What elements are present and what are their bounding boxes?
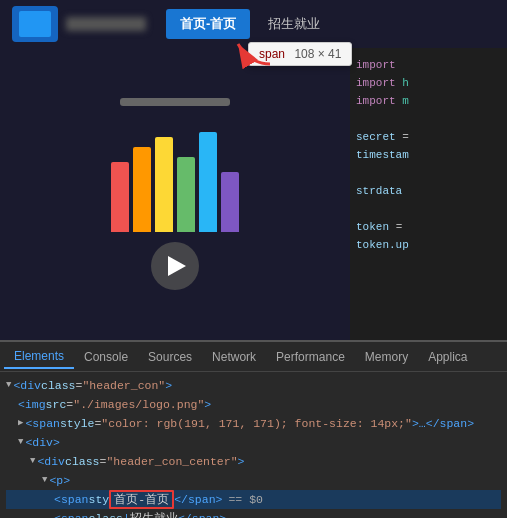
dom-tree: ▼ <div class="header_con" > <img src="./… bbox=[0, 372, 507, 518]
devtools-panel: Elements Console Sources Network Perform… bbox=[0, 340, 507, 518]
code-line-5: timestam bbox=[356, 146, 501, 164]
tooltip-dimensions: 108 × 41 bbox=[294, 47, 341, 61]
code-panel: import import h import m secret = timest… bbox=[350, 48, 507, 340]
expand-icon-5[interactable]: ▼ bbox=[30, 452, 35, 471]
play-icon bbox=[168, 256, 186, 276]
code-line-blank-3 bbox=[356, 200, 501, 218]
dom-line-4: ▼ <div> bbox=[6, 433, 501, 452]
tab-memory[interactable]: Memory bbox=[355, 346, 418, 368]
video-area bbox=[0, 48, 350, 340]
tab-sources[interactable]: Sources bbox=[138, 346, 202, 368]
tab-elements[interactable]: Elements bbox=[4, 345, 74, 369]
play-button[interactable] bbox=[151, 242, 199, 290]
dom-line-1: ▼ <div class="header_con" > bbox=[6, 376, 501, 395]
bar-yellow bbox=[155, 137, 173, 232]
dollar-s0: == $0 bbox=[228, 490, 263, 509]
browser-viewport: 首页-首页 招生就业 span 108 × 41 bbox=[0, 0, 507, 340]
color-bars bbox=[111, 132, 239, 232]
dom-line-6: ▼ <p> bbox=[6, 471, 501, 490]
dom-line-2: <img src="./images/logo.png" > bbox=[6, 395, 501, 414]
tab-performance[interactable]: Performance bbox=[266, 346, 355, 368]
bar-purple bbox=[221, 172, 239, 232]
expand-icon-3[interactable]: ▶ bbox=[18, 414, 23, 433]
code-line-7: token = bbox=[356, 218, 501, 236]
tab-application[interactable]: Applica bbox=[418, 346, 477, 368]
code-line-8: token.up bbox=[356, 236, 501, 254]
code-line-4: secret = bbox=[356, 128, 501, 146]
logo-inner bbox=[19, 11, 51, 37]
tab-network[interactable]: Network bbox=[202, 346, 266, 368]
bar-orange bbox=[133, 147, 151, 232]
code-line-6: strdata bbox=[356, 182, 501, 200]
devtools-content: ▼ <div class="header_con" > <img src="./… bbox=[0, 372, 507, 518]
dom-line-8: <span class | 招生就业 </span> bbox=[6, 509, 501, 518]
devtools-tabs: Elements Console Sources Network Perform… bbox=[0, 342, 507, 372]
arrow-indicator bbox=[220, 24, 280, 77]
dom-line-3: ▶ <span style="color: rgb(191, 171, 171)… bbox=[6, 414, 501, 433]
code-line-1: import bbox=[356, 56, 501, 74]
code-line-2: import h bbox=[356, 74, 501, 92]
dom-line-7[interactable]: <span sty 首页-首页 </span> == $0 bbox=[6, 490, 501, 509]
expand-icon-6[interactable]: ▼ bbox=[42, 471, 47, 490]
logo-top-bar bbox=[120, 98, 230, 106]
code-line-3: import m bbox=[356, 92, 501, 110]
logo bbox=[12, 6, 58, 42]
site-name-blurred bbox=[66, 17, 146, 31]
highlighted-element: 首页-首页 bbox=[109, 490, 174, 509]
browser-window: 首页-首页 招生就业 span 108 × 41 bbox=[0, 0, 507, 518]
bar-blue bbox=[199, 132, 217, 232]
dom-line-5: ▼ <div class="header_con_center" > bbox=[6, 452, 501, 471]
code-line-blank-1 bbox=[356, 110, 501, 128]
expand-icon-1[interactable]: ▼ bbox=[6, 376, 11, 395]
bar-red bbox=[111, 162, 129, 232]
bar-green bbox=[177, 157, 195, 232]
expand-icon-4[interactable]: ▼ bbox=[18, 433, 23, 452]
tab-console[interactable]: Console bbox=[74, 346, 138, 368]
page-content: import import h import m secret = timest… bbox=[0, 48, 507, 340]
bars-logo bbox=[111, 98, 239, 232]
code-line-blank-2 bbox=[356, 164, 501, 182]
